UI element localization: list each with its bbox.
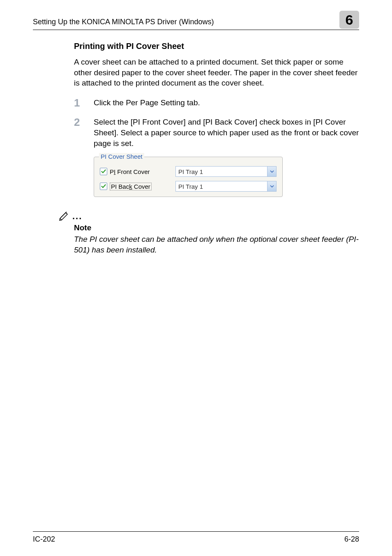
pi-front-cover-row: PI Front Cover PI Tray 1 xyxy=(100,166,277,177)
step-text: Click the Per Page Setting tab. xyxy=(94,97,200,109)
intro-paragraph: A cover sheet can be attached to a print… xyxy=(74,57,359,88)
chevron-down-icon xyxy=(267,181,276,191)
page-footer: IC-202 6-28 xyxy=(33,531,359,544)
note-dots: ... xyxy=(72,211,82,222)
pi-front-cover-checkbox[interactable]: PI Front Cover xyxy=(100,168,170,175)
chapter-badge: 6 xyxy=(339,11,359,29)
step-2: 2 Select the [PI Front Cover] and [PI Ba… xyxy=(74,117,359,148)
footer-left: IC-202 xyxy=(33,535,55,544)
section-title: Printing with PI Cover Sheet xyxy=(74,42,359,51)
step-number: 1 xyxy=(74,97,94,109)
pi-cover-sheet-panel: PI Cover Sheet PI Front Cover PI Tray 1 xyxy=(94,157,283,197)
step-number: 2 xyxy=(74,117,94,148)
checkbox-label: PI Back Cover xyxy=(110,183,152,190)
note-label: Note xyxy=(74,223,359,232)
pi-back-cover-row: PI Back Cover PI Tray 1 xyxy=(100,181,277,192)
checkbox-icon xyxy=(100,168,107,175)
step-text: Select the [PI Front Cover] and [PI Back… xyxy=(94,117,359,148)
note-icon-row: ... xyxy=(58,209,359,222)
pi-back-cover-checkbox[interactable]: PI Back Cover xyxy=(100,183,170,190)
note-block: ... Note The PI cover sheet can be attac… xyxy=(74,209,359,255)
header-title: Setting Up the KONICA MINOLTA PS Driver … xyxy=(33,18,214,26)
select-value: PI Tray 1 xyxy=(178,183,203,190)
content-area: Printing with PI Cover Sheet A cover she… xyxy=(33,42,359,531)
panel-legend: PI Cover Sheet xyxy=(99,153,144,160)
page-header: Setting Up the KONICA MINOLTA PS Driver … xyxy=(33,15,359,30)
checkbox-icon xyxy=(100,183,107,190)
select-value: PI Tray 1 xyxy=(178,168,203,175)
chapter-number: 6 xyxy=(346,12,353,28)
pencil-icon xyxy=(58,209,71,222)
pi-back-cover-tray-select[interactable]: PI Tray 1 xyxy=(175,181,277,192)
note-body: The PI cover sheet can be attached only … xyxy=(74,234,359,255)
footer-right: 6-28 xyxy=(344,535,359,544)
pi-front-cover-tray-select[interactable]: PI Tray 1 xyxy=(175,166,277,177)
pi-cover-sheet-panel-wrap: PI Cover Sheet PI Front Cover PI Tray 1 xyxy=(94,157,359,197)
checkbox-label: PI Front Cover xyxy=(110,168,150,175)
step-1: 1 Click the Per Page Setting tab. xyxy=(74,97,359,109)
chevron-down-icon xyxy=(267,167,276,176)
